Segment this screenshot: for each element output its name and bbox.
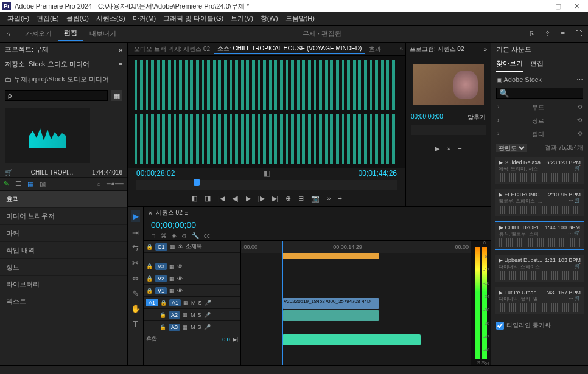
icon-view-icon[interactable]: ▦ xyxy=(27,180,33,188)
timeline-playhead[interactable] xyxy=(282,241,283,365)
eye-icon[interactable]: 👁 xyxy=(177,275,183,282)
source-waveform[interactable]: L R xyxy=(128,56,405,168)
more-icon[interactable]: » xyxy=(447,145,450,153)
program-timecode[interactable]: 00;00;00;00 xyxy=(411,113,443,122)
source-scrubber[interactable] xyxy=(136,180,397,190)
panel-media-browser[interactable]: 미디어 브라우저 xyxy=(0,208,127,225)
sequence-tab[interactable]: 시퀀스 02 xyxy=(156,209,183,217)
sync-checkbox[interactable] xyxy=(496,322,504,330)
stock-track[interactable]: ▶ Guided Relaxa...6:23123 BPM 에픽, 드리미, 서… xyxy=(495,157,584,184)
menu-view[interactable]: 보기(V) xyxy=(227,14,257,23)
menu-file[interactable]: 파일(F) xyxy=(4,14,33,23)
stock-track-selected[interactable]: ▶ CHILL TROPI...1:44100 BPM 휴식, 멜로우, 스파.… xyxy=(495,221,584,250)
panel-history[interactable]: 작업 내역 xyxy=(0,242,127,259)
marker-icon[interactable]: ◧ xyxy=(264,169,270,178)
more-icon[interactable]: ⋯ xyxy=(576,76,583,84)
source-playhead[interactable] xyxy=(189,56,189,168)
play-icon[interactable]: ▶ xyxy=(246,195,251,203)
target-icon[interactable]: ▦ xyxy=(169,288,175,294)
target-icon[interactable]: ▦ xyxy=(170,244,175,250)
lock-icon[interactable]: 🔒 xyxy=(160,300,167,306)
add-icon[interactable]: + xyxy=(458,145,461,153)
pen-icon[interactable]: ✎ xyxy=(4,180,9,188)
audio-clip-a1[interactable] xyxy=(282,310,379,321)
v1-track[interactable]: V1 xyxy=(155,287,167,294)
sort-icon[interactable]: ○ xyxy=(97,181,101,188)
minimize-button[interactable]: — xyxy=(531,2,549,10)
menu-help[interactable]: 도움말(H) xyxy=(282,14,318,23)
caption-track[interactable]: C1 xyxy=(155,243,167,251)
panel-effects[interactable]: 효과 xyxy=(0,191,127,208)
go-end-icon[interactable]: ▶| xyxy=(233,336,238,342)
overflow-icon[interactable]: » xyxy=(399,46,403,52)
cat-filter[interactable]: 필터 xyxy=(532,130,544,139)
go-out-icon[interactable]: ▶| xyxy=(272,195,279,203)
a1-track[interactable]: A1 xyxy=(169,299,181,306)
pen-tool-icon[interactable]: ✎ xyxy=(132,289,139,298)
a3-track[interactable]: A3 xyxy=(169,324,180,331)
tab-effects[interactable]: 효과 xyxy=(365,45,385,54)
program-tab[interactable]: 프로그램: 시퀀스 02 xyxy=(410,45,464,54)
razor-tool-icon[interactable]: ✂ xyxy=(132,258,139,268)
timeline-timecode[interactable]: 00;00;00;00 xyxy=(144,219,491,231)
panel-markers[interactable]: 마커 xyxy=(0,225,127,242)
play-icon[interactable]: ▶ xyxy=(435,145,439,153)
quick-export-icon[interactable]: ⎘ xyxy=(530,30,534,37)
menu-clip[interactable]: 클립(C) xyxy=(63,14,93,23)
fullscreen-icon[interactable]: ⛶ xyxy=(575,30,582,37)
marker-icon[interactable]: ◈ xyxy=(172,232,177,239)
step-back-icon[interactable]: ◀| xyxy=(232,195,239,203)
eye-icon[interactable]: 👁 xyxy=(177,288,183,294)
workspace-menu-icon[interactable]: ≡ xyxy=(561,30,565,37)
ripple-tool-icon[interactable]: ⇆ xyxy=(132,243,139,252)
stock-track[interactable]: ▶ Future Urban ...:43157 BPM 다이내믹, 펑키, 멜… xyxy=(495,287,584,314)
stock-track[interactable]: ▶ ELECTRONIC ...2:1095 BPM 멜로우, 스페이스, ..… xyxy=(495,189,584,216)
video-clip[interactable]: V20220619_184537000_35794708-44D xyxy=(282,298,379,309)
a2-track[interactable]: A2 xyxy=(169,311,180,319)
lock-icon[interactable]: 🔒 xyxy=(146,244,153,250)
menu-graphics[interactable]: 그래픽 및 타이틀(G) xyxy=(159,14,227,23)
lock-icon[interactable]: 🔒 xyxy=(146,275,153,282)
close-button[interactable]: ✕ xyxy=(567,2,586,10)
mark-in-icon[interactable]: ◧ xyxy=(191,195,197,203)
tab-import[interactable]: 가져오기 xyxy=(19,27,58,41)
eye-icon[interactable]: 👁 xyxy=(177,263,183,269)
maximize-button[interactable]: ▢ xyxy=(549,2,567,10)
audio-clip-a3[interactable] xyxy=(282,334,421,345)
solo-r[interactable]: S xyxy=(481,360,485,365)
tab-source-clip[interactable]: 소스: CHILL TROPICAL HOUSE (VOYAGE MINDED) xyxy=(214,44,365,54)
go-in-icon[interactable]: |◀ xyxy=(218,195,225,203)
timeline-canvas[interactable]: :00:00 00:00:14:29 00:00 V20220619_18453… xyxy=(241,241,471,365)
freeform-icon[interactable]: ▧ xyxy=(40,180,46,188)
panel-libraries[interactable]: 라이브러리 xyxy=(0,276,127,293)
snap-icon[interactable]: ⊓ xyxy=(151,232,156,239)
share-icon[interactable]: ⇪ xyxy=(545,30,550,37)
cart-icon[interactable]: 🛒 xyxy=(5,169,12,176)
tab-export[interactable]: 내보내기 xyxy=(83,27,122,41)
close-seq-icon[interactable]: × xyxy=(149,210,152,216)
slip-tool-icon[interactable]: ⇔ xyxy=(132,274,139,283)
folder-icon[interactable]: 🗀 xyxy=(5,76,12,83)
lock-icon[interactable]: 🔒 xyxy=(159,312,166,318)
selection-tool-icon[interactable]: ▶ xyxy=(131,210,140,222)
wrench-icon[interactable]: 🔧 xyxy=(192,232,199,239)
program-scrubber[interactable] xyxy=(411,125,486,135)
overwrite-icon[interactable]: ⊟ xyxy=(298,195,304,203)
insert-icon[interactable]: ⊕ xyxy=(285,195,291,203)
zoom-slider[interactable]: ━●━━ xyxy=(107,180,124,188)
home-icon[interactable]: ⌂ xyxy=(6,30,10,38)
timeline-ruler[interactable]: :00:00 00:00:14:29 00:00 xyxy=(241,241,471,253)
more-icon[interactable]: » xyxy=(327,195,331,203)
panel-info[interactable]: 정보 xyxy=(0,259,127,276)
type-tool-icon[interactable]: T xyxy=(133,319,138,328)
add-icon[interactable]: + xyxy=(338,195,342,203)
mic-icon[interactable]: 🎤 xyxy=(205,300,211,306)
lock-icon[interactable]: 🔒 xyxy=(159,324,166,330)
panel-text[interactable]: 텍스트 xyxy=(0,293,127,310)
cat-genre[interactable]: 장르 xyxy=(532,117,544,125)
tab-audio-mixer[interactable]: 오디오 트랙 믹서: 시퀀스 02 xyxy=(130,45,214,54)
lock-icon[interactable]: 🔒 xyxy=(146,288,153,294)
a1-source[interactable]: A1 xyxy=(146,299,158,306)
reset-icon[interactable]: ⟲ xyxy=(577,130,582,139)
track-select-tool-icon[interactable]: ⇥ xyxy=(132,228,139,237)
